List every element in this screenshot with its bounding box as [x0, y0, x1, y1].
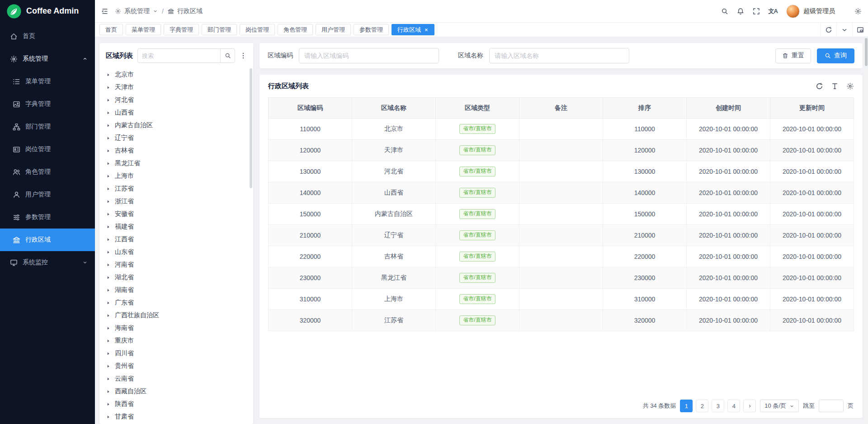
tree-item[interactable]: 湖北省 [106, 271, 253, 284]
translate-icon[interactable]: 文A [769, 7, 778, 15]
column-settings-gear-icon[interactable] [846, 82, 854, 90]
tab-param[interactable]: 参数管理 [354, 24, 389, 35]
settings-gear-icon[interactable] [854, 8, 862, 15]
sidebar-item-home[interactable]: 首页 [0, 25, 95, 48]
table-row[interactable]: 120000天津市省市/直辖市1200002020-10-01 00:00:00… [269, 140, 854, 161]
table-row[interactable]: 150000内蒙古自治区省市/直辖市1500002020-10-01 00:00… [269, 204, 854, 225]
column-header: 区域编码 [269, 98, 352, 119]
tab-menu[interactable]: 菜单管理 [126, 24, 161, 35]
tab-options-chevron-down-icon[interactable] [836, 23, 852, 37]
tree-search-input[interactable] [137, 48, 220, 63]
close-icon[interactable] [424, 28, 429, 32]
cell-code: 140000 [269, 182, 352, 204]
app-logo[interactable]: Coffee Admin [0, 0, 95, 22]
page-button-1[interactable]: 1 [680, 400, 693, 412]
tree-search-button[interactable] [220, 48, 235, 63]
region-name-input[interactable] [489, 48, 629, 63]
tab-post[interactable]: 岗位管理 [240, 24, 275, 35]
tree-item[interactable]: 内蒙古自治区 [106, 119, 253, 132]
table-row[interactable]: 110000北京市省市/直辖市1100002020-10-01 00:00:00… [269, 119, 854, 140]
table-row[interactable]: 140000山西省省市/直辖市1400002020-10-01 00:00:00… [269, 182, 854, 204]
tab-role[interactable]: 角色管理 [278, 24, 313, 35]
refresh-table-icon[interactable] [816, 82, 823, 90]
sidebar-item-post[interactable]: 岗位管理 [0, 138, 95, 161]
fullscreen-icon[interactable] [753, 8, 760, 15]
tree-item[interactable]: 山东省 [106, 246, 253, 258]
caret-right-icon [106, 123, 111, 128]
breadcrumb-parent[interactable]: 系统管理 [124, 7, 150, 15]
tree-item[interactable]: 福建省 [106, 220, 253, 233]
table-row[interactable]: 130000河北省省市/直辖市1300002020-10-01 00:00:00… [269, 161, 854, 182]
cell-created: 2020-10-01 00:00:00 [687, 119, 770, 140]
tree-item[interactable]: 江苏省 [106, 182, 253, 195]
tree-item[interactable]: 西藏自治区 [106, 385, 253, 398]
sidebar-item-menu[interactable]: 菜单管理 [0, 70, 95, 93]
tree-item[interactable]: 四川省 [106, 347, 253, 360]
tree-item[interactable]: 河南省 [106, 258, 253, 271]
tree-item[interactable]: 贵州省 [106, 360, 253, 372]
tree-item[interactable]: 云南省 [106, 372, 253, 385]
tree-item[interactable]: 安徽省 [106, 208, 253, 220]
tree-item[interactable]: 吉林省 [106, 144, 253, 157]
sidebar-item-monitor[interactable]: 系统监控 [0, 251, 95, 274]
tree-item[interactable]: 陕西省 [106, 398, 253, 410]
sidebar-item-role[interactable]: 角色管理 [0, 161, 95, 183]
table-row[interactable]: 230000黑龙江省省市/直辖市2300002020-10-01 00:00:0… [269, 267, 854, 289]
user-menu[interactable]: 超级管理员 [786, 5, 835, 18]
tree-item[interactable]: 上海市 [106, 170, 253, 182]
tab-user[interactable]: 用户管理 [316, 24, 351, 35]
idcard-icon [13, 146, 20, 153]
bell-icon[interactable] [737, 8, 744, 15]
region-code-input[interactable] [299, 48, 439, 63]
tree-item[interactable]: 海南省 [106, 322, 253, 334]
cell-code: 130000 [269, 161, 352, 182]
table-row[interactable]: 210000辽宁省省市/直辖市2100002020-10-01 00:00:00… [269, 225, 854, 246]
sidebar-item-region[interactable]: 行政区域 [0, 229, 95, 251]
page-button-4[interactable]: 4 [727, 400, 740, 412]
page-size-select[interactable]: 10 条/页 [760, 400, 799, 412]
page-button-2[interactable]: 2 [696, 400, 708, 412]
page-button-3[interactable]: 3 [712, 400, 724, 412]
tree-item[interactable]: 重庆市 [106, 334, 253, 347]
tree-item[interactable]: 黑龙江省 [106, 157, 253, 170]
table-row[interactable]: 320000江苏省省市/直辖市3200002020-10-01 00:00:00… [269, 310, 854, 331]
table-row[interactable]: 220000吉林省省市/直辖市2200002020-10-01 00:00:00… [269, 246, 854, 267]
cell-name: 上海市 [352, 289, 436, 310]
tree-item[interactable]: 江西省 [106, 233, 253, 246]
tree-item[interactable]: 湖南省 [106, 284, 253, 296]
tree-item[interactable]: 河北省 [106, 94, 253, 106]
query-button[interactable]: 查询 [817, 48, 854, 63]
tab-home[interactable]: 首页 [99, 24, 123, 35]
sidebar-collapse-icon[interactable] [101, 8, 108, 15]
refresh-tab-icon[interactable] [821, 23, 836, 37]
page-scrollbar[interactable] [864, 38, 868, 424]
tree-item[interactable]: 甘肃省 [106, 410, 253, 423]
sidebar-item-user[interactable]: 用户管理 [0, 183, 95, 206]
sidebar-item-system[interactable]: 系统管理 [0, 48, 95, 70]
tree-item[interactable]: 天津市 [106, 81, 253, 94]
sidebar-item-dict[interactable]: 字典管理 [0, 93, 95, 115]
jump-page-input[interactable] [819, 400, 844, 412]
tree-scrollbar-thumb[interactable] [250, 68, 252, 188]
tab-region[interactable]: 行政区域 [392, 24, 434, 35]
tree-item[interactable]: 北京市 [106, 68, 253, 81]
reset-button[interactable]: 重置 [775, 48, 811, 63]
tab-dept[interactable]: 部门管理 [202, 24, 237, 35]
sidebar-item-dept[interactable]: 部门管理 [0, 115, 95, 138]
tree-item[interactable]: 浙江省 [106, 195, 253, 208]
tree-item[interactable]: 广西壮族自治区 [106, 309, 253, 322]
tree-item-label: 黑龙江省 [115, 159, 140, 167]
table-row[interactable]: 310000上海市省市/直辖市3100002020-10-01 00:00:00… [269, 289, 854, 310]
tree-item[interactable]: 广东省 [106, 296, 253, 309]
tab-dict[interactable]: 字典管理 [164, 24, 199, 35]
cell-type: 省市/直辖市 [436, 289, 519, 310]
sidebar-item-param[interactable]: 参数管理 [0, 206, 95, 229]
more-options-dots-icon[interactable] [240, 52, 247, 59]
row-density-icon[interactable] [831, 82, 839, 90]
next-page-button[interactable] [743, 400, 756, 412]
tree-item[interactable]: 辽宁省 [106, 132, 253, 144]
search-icon[interactable] [721, 8, 728, 15]
content-fullscreen-icon[interactable] [852, 23, 868, 37]
tree-item[interactable]: 山西省 [106, 106, 253, 119]
page-scrollbar-thumb[interactable] [865, 38, 868, 66]
